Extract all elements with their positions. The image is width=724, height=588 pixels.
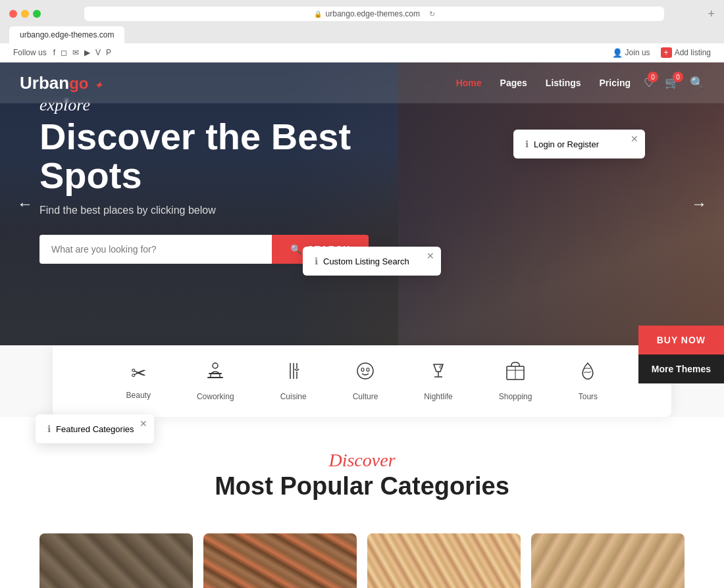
svg-point-0 bbox=[213, 363, 218, 368]
social-icons: f ◻ ✉ ▶ V P bbox=[53, 48, 111, 57]
pinterest-icon[interactable]: P bbox=[106, 48, 111, 57]
url-text: urbango.edge-themes.com bbox=[326, 9, 420, 18]
svg-rect-1 bbox=[209, 373, 222, 374]
search-popup-info-icon: ℹ bbox=[315, 256, 318, 266]
search-popup-close[interactable]: ✕ bbox=[427, 251, 434, 261]
sidebar-buttons: BUY NOW More Themes bbox=[638, 326, 724, 383]
login-popup-close[interactable]: ✕ bbox=[631, 134, 638, 144]
cart-badge: 0 bbox=[673, 72, 683, 82]
discover-script-text: Discover bbox=[39, 450, 685, 471]
svg-point-9 bbox=[367, 368, 369, 372]
browser-window: 🔒 urbango.edge-themes.com ↻ + urbango.ed… bbox=[0, 0, 724, 588]
beauty-label: Beauty bbox=[126, 391, 151, 400]
follow-us-label: Follow us bbox=[13, 48, 47, 57]
search-popup-label[interactable]: Custom Listing Search bbox=[323, 257, 409, 266]
culture-icon bbox=[355, 361, 375, 385]
browser-chrome: 🔒 urbango.edge-themes.com ↻ + urbango.ed… bbox=[0, 0, 724, 43]
nightlife-icon bbox=[428, 361, 448, 385]
featured-categories-popup: ℹ Featured Categories ✕ bbox=[36, 414, 154, 443]
refresh-icon[interactable]: ↻ bbox=[429, 10, 435, 18]
logo-urban-text: Urban bbox=[20, 73, 69, 93]
categories-popup-label[interactable]: Featured Categories bbox=[56, 424, 134, 434]
category-beauty[interactable]: ✂ Beauty bbox=[126, 362, 151, 400]
category-nightlife[interactable]: Nightlife bbox=[424, 361, 452, 401]
search-input[interactable] bbox=[39, 235, 272, 264]
category-card-0[interactable] bbox=[39, 533, 193, 588]
login-popup: ℹ Login or Register ✕ bbox=[513, 130, 645, 159]
nav-home[interactable]: Home bbox=[456, 78, 482, 88]
svg-point-7 bbox=[357, 363, 373, 379]
cuisine-label: Cuisine bbox=[280, 392, 307, 401]
nav-right-icons: ♡ 0 🛒 0 🔍 bbox=[644, 76, 704, 90]
user-icon: 👤 bbox=[612, 48, 623, 58]
category-card-2[interactable] bbox=[367, 533, 521, 588]
coworking-label: Coworking bbox=[197, 392, 234, 401]
shopping-label: Shopping bbox=[499, 392, 532, 401]
category-card-3[interactable] bbox=[531, 533, 685, 588]
add-listing-button[interactable]: + Add listing bbox=[661, 47, 711, 58]
svg-rect-2 bbox=[207, 377, 223, 378]
hero-title-line2: Spots bbox=[39, 155, 142, 196]
category-cuisine[interactable]: Cuisine bbox=[280, 361, 307, 401]
vimeo-icon[interactable]: V bbox=[95, 48, 101, 57]
instagram-icon[interactable]: ◻ bbox=[61, 48, 67, 57]
minimize-dot[interactable] bbox=[21, 10, 29, 18]
logo-go-text: go bbox=[69, 74, 88, 92]
popup-info-icon: ℹ bbox=[525, 139, 529, 149]
cuisine-icon bbox=[284, 361, 303, 385]
category-shopping[interactable]: Shopping bbox=[499, 361, 532, 401]
maximize-dot[interactable] bbox=[33, 10, 41, 18]
login-popup-label[interactable]: Login or Register bbox=[534, 139, 599, 149]
wishlist-button[interactable]: ♡ 0 bbox=[644, 76, 654, 90]
lock-icon: 🔒 bbox=[314, 11, 322, 18]
categories-popup-info-icon: ℹ bbox=[47, 424, 51, 434]
wishlist-badge: 0 bbox=[648, 72, 658, 82]
hero-prev-arrow[interactable]: ← bbox=[13, 192, 37, 216]
active-tab[interactable]: urbango.edge-themes.com bbox=[9, 26, 124, 43]
navbar: Urbango ✦ Home Pages Listings Pricing ♡ … bbox=[0, 62, 724, 103]
search-popup: ℹ Custom Listing Search ✕ bbox=[303, 247, 441, 276]
shopping-icon bbox=[505, 361, 526, 385]
buy-now-button[interactable]: BUY NOW bbox=[638, 326, 724, 355]
discover-title: Most Popular Categories bbox=[39, 472, 685, 501]
category-culture[interactable]: Culture bbox=[353, 361, 378, 401]
nav-listings[interactable]: Listings bbox=[546, 78, 581, 88]
new-tab-button[interactable]: + bbox=[708, 7, 715, 21]
hero-title-line1: Discover the Best bbox=[39, 116, 351, 157]
logo-script-text: ✦ bbox=[94, 80, 103, 91]
browser-tabs: urbango.edge-themes.com bbox=[9, 26, 715, 43]
more-themes-button[interactable]: More Themes bbox=[638, 355, 724, 383]
tours-icon bbox=[578, 361, 598, 385]
close-dot[interactable] bbox=[9, 10, 17, 18]
svg-point-8 bbox=[361, 368, 364, 372]
search-btn-icon: 🔍 bbox=[290, 244, 302, 255]
search-button[interactable]: 🔍 bbox=[690, 76, 704, 90]
nav-links: Home Pages Listings Pricing bbox=[456, 78, 631, 88]
category-coworking[interactable]: Coworking bbox=[197, 361, 234, 401]
nightlife-label: Nightlife bbox=[424, 392, 452, 401]
facebook-icon[interactable]: f bbox=[53, 48, 55, 57]
plus-icon: + bbox=[661, 47, 672, 58]
cart-button[interactable]: 🛒 0 bbox=[665, 76, 679, 90]
category-tours[interactable]: Tours bbox=[578, 361, 598, 401]
logo[interactable]: Urbango ✦ bbox=[20, 73, 103, 93]
categories-bar: ✂ Beauty Coworking bbox=[53, 345, 671, 417]
category-card-1[interactable] bbox=[203, 533, 357, 588]
address-bar[interactable]: 🔒 urbango.edge-themes.com ↻ bbox=[84, 7, 664, 21]
tours-label: Tours bbox=[579, 392, 598, 401]
hero-section: Urbango ✦ Home Pages Listings Pricing ♡ … bbox=[0, 62, 724, 345]
browser-controls: 🔒 urbango.edge-themes.com ↻ + bbox=[9, 7, 715, 21]
youtube-icon[interactable]: ▶ bbox=[84, 48, 90, 57]
coworking-icon bbox=[205, 361, 225, 385]
categories-popup-close[interactable]: ✕ bbox=[140, 418, 147, 429]
culture-label: Culture bbox=[353, 392, 378, 401]
beauty-icon: ✂ bbox=[131, 362, 146, 384]
nav-pricing[interactable]: Pricing bbox=[600, 78, 631, 88]
mail-icon[interactable]: ✉ bbox=[72, 48, 79, 57]
nav-pages[interactable]: Pages bbox=[500, 78, 527, 88]
hero-next-arrow[interactable]: → bbox=[687, 192, 711, 216]
category-cards bbox=[0, 533, 724, 588]
join-us-button[interactable]: 👤 Join us bbox=[612, 48, 650, 58]
hero-subtitle: Find the best places by clicking below bbox=[39, 205, 685, 216]
top-bar: Follow us f ◻ ✉ ▶ V P 👤 Join us + Add li… bbox=[0, 43, 724, 62]
